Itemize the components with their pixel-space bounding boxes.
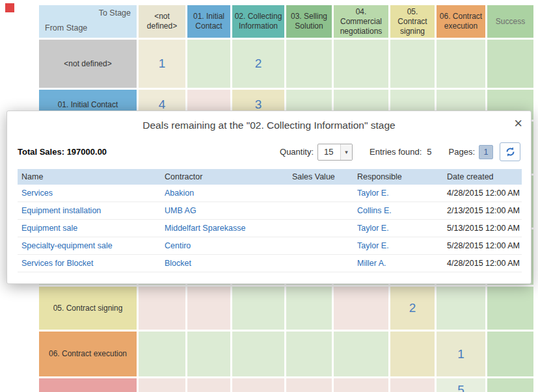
matrix-cell[interactable] (487, 332, 533, 376)
matrix-cell[interactable] (187, 332, 230, 376)
matrix-cell[interactable] (286, 378, 332, 392)
matrix-cell[interactable] (487, 40, 533, 88)
deal-date-created: 4/28/2015 12:00 AM (443, 185, 522, 202)
deal-responsible[interactable]: Taylor E. (353, 185, 443, 202)
matrix-cell[interactable]: 2 (232, 40, 284, 88)
pages-label: Pages: (449, 147, 475, 157)
deal-column-header: Sales Value (288, 169, 353, 185)
deal-sales-value (288, 255, 353, 272)
matrix-corner-cell: To StageFrom Stage (39, 5, 137, 38)
matrix-cell[interactable] (487, 287, 533, 330)
cell-count: 2 (255, 56, 262, 72)
quantity-label: Quantity: (280, 147, 314, 157)
entries-found-label: Entries found: (370, 147, 422, 157)
to-stage-label: To Stage (99, 8, 131, 19)
deal-column-header: Responsible (353, 169, 443, 185)
matrix-cell[interactable] (187, 40, 230, 88)
deal-contractor[interactable]: UMB AG (161, 202, 288, 220)
matrix-cell[interactable] (487, 378, 533, 392)
matrix-row: 05. Contract signing2 (39, 287, 533, 330)
matrix-cell[interactable] (390, 40, 435, 88)
deals-table: NameContractorSales ValueResponsibleDate… (18, 169, 522, 272)
matrix-cell[interactable] (139, 287, 185, 330)
deal-responsible[interactable]: Collins E. (353, 202, 443, 220)
deal-sales-value (288, 220, 353, 237)
deal-contractor[interactable]: Blocket (161, 255, 288, 272)
column-header: Success (487, 5, 533, 38)
column-header: 03. Selling Solution (286, 5, 332, 38)
deal-responsible[interactable]: Taylor E. (353, 220, 443, 237)
deal-date-created: 2/13/2015 12:00 AM (443, 202, 522, 220)
matrix-cell[interactable] (334, 332, 388, 376)
deal-date-created: 5/13/2015 12:00 AM (443, 220, 522, 237)
matrix-cell[interactable]: 1 (437, 332, 485, 376)
deal-column-header: Name (18, 169, 161, 185)
matrix-row: 06. Contract execution1 (39, 332, 533, 376)
deal-name[interactable]: Equipment installation (18, 202, 161, 220)
total-sales-value: 197000.00 (67, 147, 107, 157)
matrix-cell[interactable] (286, 40, 332, 88)
matrix-cell[interactable] (334, 40, 388, 88)
deal-contractor[interactable]: Centiro (161, 237, 288, 255)
column-header: 06. Contract execution (437, 5, 485, 38)
deal-column-header: Contractor (161, 169, 288, 185)
table-row: Services for BlocketBlocketMiller A.4/28… (18, 255, 522, 272)
deal-contractor[interactable]: Middelfart Sparekasse (161, 220, 288, 237)
quantity-value: 15 (318, 144, 340, 160)
matrix-cell[interactable] (390, 332, 435, 376)
deal-name[interactable]: Specialty-equipment sale (18, 237, 161, 255)
deal-responsible[interactable]: Taylor E. (353, 237, 443, 255)
dialog-toolbar: Total Sales: 197000.00 Quantity: 15 ▾ En… (18, 142, 520, 161)
refresh-button[interactable] (500, 142, 520, 161)
matrix-cell[interactable] (232, 378, 284, 392)
column-header: 01. Initial Contact (187, 5, 230, 38)
matrix-row: 5 (39, 378, 533, 392)
dialog-title: Deals remaining at the "02. Collecting I… (7, 111, 531, 131)
deals-table-header-row: NameContractorSales ValueResponsibleDate… (18, 169, 522, 185)
deal-responsible[interactable]: Miller A. (353, 255, 443, 272)
matrix-cell[interactable] (232, 287, 284, 330)
matrix-cell[interactable]: 2 (390, 287, 435, 330)
matrix-cell[interactable] (286, 332, 332, 376)
column-header: 05. Contract signing (390, 5, 435, 38)
matrix-cell[interactable] (187, 378, 230, 392)
refresh-icon (505, 146, 516, 157)
entries-found-value: 5 (427, 147, 431, 157)
cell-count: 2 (409, 300, 416, 316)
page-button-1[interactable]: 1 (479, 145, 493, 159)
matrix-cell[interactable]: 5 (437, 378, 485, 392)
matrix-cell[interactable] (437, 40, 485, 88)
chevron-down-icon: ▾ (340, 144, 352, 160)
quantity-select[interactable]: 15 ▾ (317, 144, 353, 161)
row-header (39, 378, 137, 392)
row-header: 05. Contract signing (39, 287, 137, 330)
deal-contractor[interactable]: Abakion (161, 185, 288, 202)
table-row: Equipment installationUMB AGCollins E.2/… (18, 202, 522, 220)
matrix-cell[interactable] (286, 287, 332, 330)
matrix-cell[interactable]: 1 (139, 40, 185, 88)
total-sales: Total Sales: 197000.00 (18, 147, 107, 157)
deal-name[interactable]: Equipment sale (18, 220, 161, 237)
close-icon[interactable]: × (514, 116, 522, 131)
matrix-cell[interactable] (187, 287, 230, 330)
table-row: Equipment saleMiddelfart SparekasseTaylo… (18, 220, 522, 237)
column-header: 02. Collecting Information (232, 5, 284, 38)
deal-name[interactable]: Services for Blocket (18, 255, 161, 272)
matrix-cell[interactable] (232, 332, 284, 376)
column-header: <not defined> (139, 5, 185, 38)
deal-date-created: 4/28/2015 12:00 AM (443, 255, 522, 272)
from-stage-label: From Stage (45, 23, 87, 34)
deal-name[interactable]: Services (18, 185, 161, 202)
deal-sales-value (288, 185, 353, 202)
matrix-cell[interactable] (437, 287, 485, 330)
matrix-cell[interactable] (334, 378, 388, 392)
failure-color-swatch (5, 3, 14, 12)
matrix-cell[interactable] (390, 378, 435, 392)
matrix-cell[interactable] (139, 378, 185, 392)
table-row: Specialty-equipment saleCentiroTaylor E.… (18, 237, 522, 255)
matrix-cell[interactable] (139, 332, 185, 376)
row-header: 06. Contract execution (39, 332, 137, 376)
deal-sales-value (288, 237, 353, 255)
matrix-cell[interactable] (334, 287, 388, 330)
deal-sales-value (288, 202, 353, 220)
